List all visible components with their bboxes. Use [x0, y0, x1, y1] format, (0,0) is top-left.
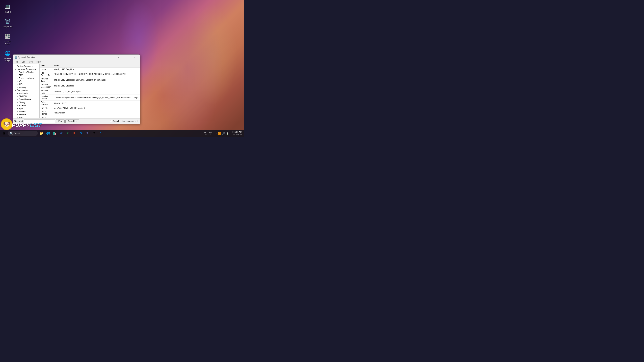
tree-item-system-summary[interactable]: System Summary [13, 65, 40, 68]
table-row[interactable]: INF Fileoem25.inf (iCML_w10_DS section) [40, 106, 140, 110]
table-cell-value: C:\Windows\System32\DriverStore\FileRepo… [52, 95, 140, 100]
taskbar-app-excel[interactable]: X [65, 130, 71, 136]
tree-item-input[interactable]: ▶ Input [13, 107, 40, 110]
desktop-icon-recycle-bin[interactable]: 🗑️ Recycle Bin [2, 17, 14, 29]
tree-item-infrared[interactable]: – Infrared [13, 104, 40, 107]
tree-item-multimedia[interactable]: ▶ Multimedia [13, 92, 40, 95]
tree-item-components[interactable]: ▼ Components [13, 89, 40, 92]
table-row[interactable]: NameIntel(R) UHD Graphics [40, 68, 140, 71]
tree-label-conflicts: Conflicts/Sharing [19, 71, 34, 73]
tree-item-network[interactable]: ▶ Network [13, 113, 40, 116]
clock[interactable]: 1:23:23 PM 11/28/2024 [231, 131, 243, 136]
tree-item-memory[interactable]: – Memory [13, 86, 40, 89]
minimize-button[interactable]: – [114, 56, 122, 59]
tree-item-ports[interactable]: – Ports [13, 116, 40, 118]
taskbar-app-edge[interactable]: 🌐 [45, 130, 51, 136]
col-value: Value [52, 64, 140, 68]
table-row[interactable]: Adapter TypeIntel(R) UHD Graphics Family… [40, 77, 140, 83]
table-cell-item: PNP Device ID [40, 71, 52, 77]
this-pc-label: This PC [4, 11, 11, 13]
tree-label-hardware-resources: Hardware Resources [17, 68, 36, 70]
taskbar-app-store[interactable]: 🛍️ [52, 130, 58, 136]
volume-icon[interactable]: 🔊 [222, 132, 225, 135]
maximize-button[interactable]: □ [122, 56, 130, 59]
tree-expander-display: – [16, 101, 18, 103]
tree-item-cdrom[interactable]: – CD-ROM [13, 95, 40, 98]
table-cell-value: oem25.inf (iCML_w10_DS section) [52, 106, 140, 110]
wifi-icon[interactable]: 📶 [218, 132, 221, 135]
window-titlebar: ℹ️ System Information – □ ✕ [13, 55, 140, 60]
table-cell-value: 31.0.101.2127 [52, 100, 140, 106]
chevron-up-icon[interactable]: ∧ [215, 132, 217, 135]
menu-help[interactable]: Help [35, 60, 42, 63]
table-cell-item: Color Table Entries [40, 116, 52, 118]
table-cell-value: Intel(R) UHD Graphics [52, 68, 140, 71]
window-content: System Summary ▼ Hardware Resources – Co… [13, 64, 140, 118]
table-cell-item: Name [40, 68, 52, 71]
menu-edit[interactable]: Edit [20, 60, 26, 63]
search-category-label[interactable]: Search category names only [110, 120, 138, 122]
find-button[interactable]: Find [56, 119, 64, 123]
tree-item-modem[interactable]: – Modem [13, 110, 40, 113]
tree-label-infrared: Infrared [19, 104, 26, 107]
table-row[interactable]: PNP Device IDPCI\VEN_8086&DEV_9B41&SUBSY… [40, 71, 140, 77]
tree-expander-input: ▶ [16, 107, 18, 109]
desktop-icon-edge[interactable]: 🌐 Microsoft Edge [2, 49, 14, 63]
clock-date: 11/28/2024 [233, 134, 242, 136]
table-cell-value: Intel(R) UHD Graphics [52, 83, 140, 89]
tree-item-io[interactable]: – I/O [13, 80, 40, 83]
close-find-button[interactable]: Close Find [66, 119, 79, 123]
table-row[interactable]: Adapter RAM1.00 GB (1,073,741,824 bytes) [40, 89, 140, 95]
close-button[interactable]: ✕ [130, 56, 138, 59]
tree-item-hardware-resources[interactable]: ▼ Hardware Resources [13, 68, 40, 71]
clock-time: 1:23:23 PM [232, 131, 242, 133]
col-item: Item [40, 64, 52, 68]
tree-expander-sound: – [16, 98, 18, 100]
tree-label-input: Input [19, 107, 23, 110]
taskbar-app-outlook[interactable]: O [78, 130, 84, 136]
taskbar-app-teams[interactable]: T [84, 130, 90, 136]
search-category-checkbox[interactable] [110, 120, 112, 122]
puppy-text-puppy: PUPPY [12, 122, 30, 128]
tree-item-conflicts[interactable]: – Conflicts/Sharing [13, 71, 40, 74]
puppy-text-list: LIST [30, 122, 42, 128]
tree-label-dma: DMA [19, 74, 23, 76]
tree-label-components: Components [17, 89, 28, 91]
menu-file[interactable]: File [14, 60, 20, 63]
edge-label: Microsoft Edge [2, 57, 12, 62]
info-table: Item Value NameIntel(R) UHD GraphicsPNP … [40, 64, 140, 118]
desktop-icon-this-pc[interactable]: 💻 This PC [2, 2, 14, 14]
tree-item-sound-device[interactable]: – Sound Device [13, 98, 40, 101]
desktop-icon-control-panel[interactable]: 🎛️ Control Panel [2, 32, 14, 45]
tree-expander-irqs: – [16, 83, 18, 85]
tree-item-display[interactable]: – Display [13, 101, 40, 104]
table-row[interactable]: Driver Version31.0.101.2127 [40, 100, 140, 106]
table-cell-value: 1.00 GB (1,073,741,824 bytes) [52, 89, 140, 95]
window-menubar: File Edit View Help [13, 60, 140, 64]
tree-item-forced-hardware[interactable]: – Forced Hardware [13, 77, 40, 80]
menu-view[interactable]: View [27, 60, 34, 63]
taskbar-app-word[interactable]: W [58, 130, 64, 136]
tree-expander-infrared: – [16, 104, 18, 106]
table-cell-value: 4294967296 [52, 116, 140, 118]
taskbar-search[interactable]: 🔍 Search [8, 131, 38, 136]
tree-panel[interactable]: System Summary ▼ Hardware Resources – Co… [13, 64, 40, 118]
tree-item-irqs[interactable]: – IRQs [13, 83, 40, 86]
table-row[interactable]: Installed DriversC:\Windows\System32\Dri… [40, 95, 140, 100]
tree-item-dma[interactable]: – DMA [13, 74, 40, 77]
start-button[interactable]: ⊞ [1, 131, 7, 136]
this-pc-icon: 💻 [4, 3, 11, 10]
table-row[interactable]: Color PlanesNot Available [40, 110, 140, 116]
table-row[interactable]: Adapter DescriptionIntel(R) UHD Graphics [40, 83, 140, 89]
recycle-bin-icon: 🗑️ [4, 18, 11, 25]
tree-expander-components: ▼ [14, 89, 16, 91]
taskbar-app-settings[interactable]: ⚙ [91, 130, 97, 136]
taskbar-app-other[interactable]: B [98, 130, 104, 136]
taskbar-app-powerpoint[interactable]: P [71, 130, 77, 136]
taskbar-app-file-explorer[interactable]: 📁 [38, 130, 44, 136]
battery-icon[interactable]: 🔋 [226, 132, 229, 135]
tree-label-ports: Ports [19, 116, 24, 118]
table-row[interactable]: Color Table Entries4294967296 [40, 116, 140, 118]
nba-widget[interactable]: SAC - MIN Live · HT [202, 131, 213, 135]
tree-expander-ports: – [16, 116, 18, 118]
